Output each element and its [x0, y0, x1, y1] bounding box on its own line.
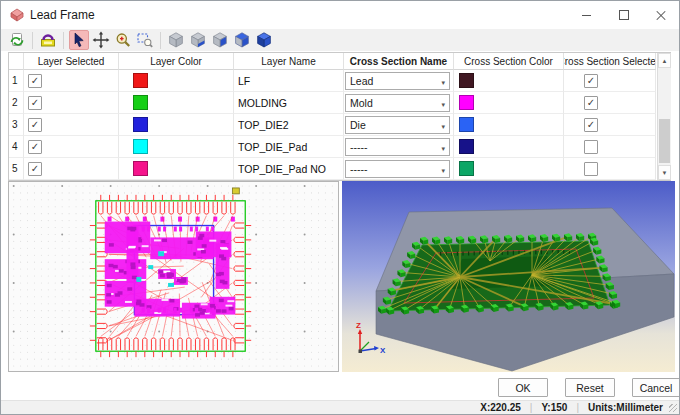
layer-name-cell[interactable]: TOP_DIE_Pad NO	[234, 158, 344, 180]
header-cross-section-selected[interactable]: Cross Section Selected	[564, 53, 656, 70]
layer-selected-cell	[24, 158, 119, 180]
cross-section-selected-checkbox[interactable]	[584, 96, 598, 110]
section-cube-0-button[interactable]	[166, 30, 186, 50]
window-title: Lead Frame	[30, 8, 95, 22]
toolbar-separator	[63, 32, 64, 49]
header-layer-name[interactable]: Layer Name	[234, 53, 344, 70]
chevron-down-icon	[441, 141, 445, 153]
close-icon	[656, 10, 666, 20]
section-cube-50-button[interactable]	[210, 30, 230, 50]
cancel-button[interactable]: Cancel	[632, 378, 680, 397]
section-cube-25-icon	[189, 31, 207, 49]
cross-section-color-swatch[interactable]	[459, 139, 474, 154]
cross-section-selected-checkbox[interactable]	[584, 74, 598, 88]
cross-section-color-swatch[interactable]	[459, 117, 474, 132]
header-layer-selected[interactable]: Layer Selected	[24, 53, 119, 70]
row-number-header	[9, 53, 24, 70]
cross-section-selected-checkbox[interactable]	[584, 162, 598, 176]
zoom-window-button[interactable]	[135, 30, 155, 50]
status-separator: |	[576, 402, 579, 413]
layer-selected-checkbox[interactable]	[28, 74, 42, 88]
cross-section-color-swatch[interactable]	[459, 73, 474, 88]
layer-color-cell	[119, 92, 234, 114]
layer-selected-cell	[24, 136, 119, 158]
cross-section-color-cell	[454, 114, 564, 136]
layer-color-swatch[interactable]	[133, 139, 148, 154]
zoom-in-icon	[114, 31, 132, 49]
layer-color-swatch[interactable]	[133, 95, 148, 110]
cross-section-name-select[interactable]: -----	[345, 138, 450, 156]
layer-table: Layer Selected Layer Color Layer Name Cr…	[8, 52, 671, 181]
cross-section-color-cell	[454, 92, 564, 114]
layer-color-cell	[119, 114, 234, 136]
layer-selected-cell	[24, 70, 119, 92]
cross-section-name-select[interactable]: -----	[345, 160, 450, 178]
section-cube-100-button[interactable]	[254, 30, 274, 50]
layer-selected-checkbox[interactable]	[28, 96, 42, 110]
layer-name-cell[interactable]: TOP_DIE_Pad	[234, 136, 344, 158]
table-row: 1 LF Lead	[9, 70, 670, 92]
preview-3d-view[interactable]: Z X	[342, 181, 675, 372]
layer-color-cell	[119, 70, 234, 92]
ok-button[interactable]: OK	[498, 378, 548, 397]
cross-section-selected-cell	[564, 158, 656, 180]
scroll-down-button[interactable]: ▼	[658, 165, 671, 180]
scrollbar-thumb[interactable]	[659, 119, 670, 163]
chevron-down-icon	[441, 119, 445, 131]
layout-2d-view[interactable]	[8, 181, 339, 372]
cross-section-name-select[interactable]: Lead	[345, 72, 450, 90]
scroll-up-button[interactable]: ▲	[658, 53, 671, 68]
status-units: Units:Millimeter	[588, 402, 663, 413]
maximize-button[interactable]	[605, 1, 642, 29]
cross-section-name-select[interactable]: Die	[345, 116, 450, 134]
section-cube-75-icon	[233, 31, 251, 49]
section-cube-0-icon	[167, 31, 185, 49]
cross-section-selected-checkbox[interactable]	[584, 140, 598, 154]
layer-selected-checkbox[interactable]	[28, 162, 42, 176]
zoom-in-button[interactable]	[113, 30, 133, 50]
header-cross-section-color[interactable]: Cross Section Color	[454, 53, 564, 70]
table-scrollbar[interactable]: ▲ ▼	[657, 53, 671, 180]
import-model-icon	[8, 31, 26, 49]
layer-color-swatch[interactable]	[133, 117, 148, 132]
close-button[interactable]	[642, 1, 679, 29]
layer-name-cell[interactable]: MOLDING	[234, 92, 344, 114]
cross-section-color-cell	[454, 158, 564, 180]
layer-name-cell[interactable]: LF	[234, 70, 344, 92]
zoom-window-icon	[136, 31, 154, 49]
reset-button[interactable]: Reset	[565, 378, 615, 397]
import-model-button[interactable]	[7, 30, 27, 50]
row-number: 1	[9, 70, 24, 92]
table-row: 4 TOP_DIE_Pad -----	[9, 136, 670, 158]
cross-section-name-cell: Mold	[344, 92, 454, 114]
cross-section-color-swatch[interactable]	[459, 95, 474, 110]
resize-grip[interactable]	[669, 404, 677, 412]
cross-section-selected-cell	[564, 136, 656, 158]
chevron-down-icon	[441, 75, 445, 87]
header-cross-section-name[interactable]: Cross Section Name	[344, 53, 454, 70]
select-cursor-icon	[70, 31, 88, 49]
cross-section-selected-checkbox[interactable]	[584, 118, 598, 132]
minimize-button[interactable]	[568, 1, 605, 29]
layer-selected-checkbox[interactable]	[28, 140, 42, 154]
layer-name-cell[interactable]: TOP_DIE2	[234, 114, 344, 136]
header-layer-color[interactable]: Layer Color	[119, 53, 234, 70]
layer-visibility-button[interactable]	[38, 30, 58, 50]
section-cube-25-button[interactable]	[188, 30, 208, 50]
cross-section-color-swatch[interactable]	[459, 161, 474, 176]
layer-color-swatch[interactable]	[133, 161, 148, 176]
cross-section-name-select[interactable]: Mold	[345, 94, 450, 112]
cross-section-name-cell: Lead	[344, 70, 454, 92]
table-body: 1 LF Lead 2 MOLDING Mold	[9, 70, 670, 180]
select-cursor-button[interactable]	[69, 30, 89, 50]
title-bar: Lead Frame	[1, 1, 679, 29]
cross-section-color-cell	[454, 70, 564, 92]
layer-selected-checkbox[interactable]	[28, 118, 42, 132]
cross-section-selected-cell	[564, 114, 656, 136]
layer-color-swatch[interactable]	[133, 73, 148, 88]
section-cube-75-button[interactable]	[232, 30, 252, 50]
layer-selected-cell	[24, 114, 119, 136]
section-cube-100-icon	[255, 31, 273, 49]
pan-view-button[interactable]	[91, 30, 111, 50]
maximize-icon	[619, 10, 629, 20]
